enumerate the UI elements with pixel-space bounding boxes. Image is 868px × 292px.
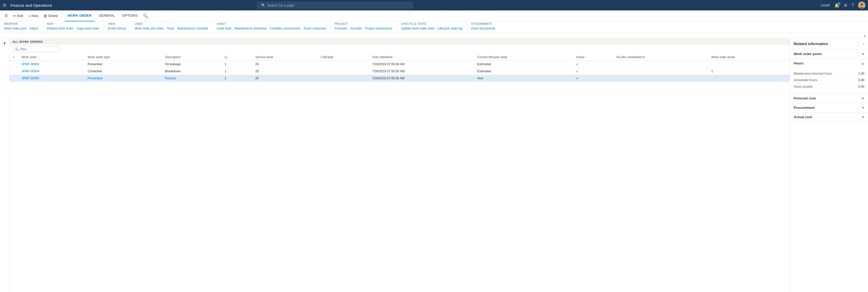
accordion-title-hours: Hours — [794, 61, 804, 65]
ribbon-group-title-project: PROJECT — [335, 23, 392, 25]
username: USMF — [820, 3, 830, 7]
col-check: ✓ — [9, 54, 18, 61]
right-panel: Related information › Work order pools ▼… — [790, 39, 868, 292]
row-criticality — [317, 68, 369, 75]
row-lifecycle-state: Estimated — [474, 61, 573, 68]
ribbon-item-work-order-job-notes[interactable]: Work order job notes — [134, 26, 163, 31]
toolbar-search-icon[interactable]: 🔍 — [143, 13, 148, 18]
filter-search-icon: 🔍 — [15, 48, 19, 51]
row-id[interactable]: JPMF-00005 — [18, 75, 85, 82]
ribbon-item-condition-assessment[interactable]: Condition assessment — [270, 26, 301, 31]
delete-button[interactable]: 🗑 Delete — [41, 13, 60, 19]
hours-value: 1.00 — [858, 72, 864, 76]
ribbon-group-view: VIEWEvent history — [104, 23, 130, 31]
accordion-header-hours[interactable]: Hours ▲ — [790, 59, 868, 68]
ribbon-group-title-new: NEW — [47, 23, 99, 25]
delete-icon: 🗑 — [43, 14, 47, 18]
edit-button[interactable]: ✏ Edit — [11, 13, 25, 19]
content-area: ALL WORK ORDERS 🔍 ✓ Work order ↑ Work or… — [9, 39, 790, 292]
row-jobs-scheduled — [613, 75, 708, 82]
row-description: Rounds — [162, 75, 221, 82]
tab-general[interactable]: GENERAL — [96, 10, 118, 21]
row-start-datetime: 7/28/2019 07:00:00 AM — [369, 68, 474, 75]
hamburger-menu[interactable]: ☰ — [3, 13, 10, 19]
row-id[interactable]: JPMF-00002 — [18, 61, 85, 68]
row-pools: 1 — [708, 68, 790, 75]
accordion-body-hours: Maintenance forecast hours 1.00 Schedule… — [790, 68, 868, 93]
right-panel-expand-icon[interactable]: › — [863, 42, 864, 46]
ribbon-item-tools[interactable]: Tools — [167, 26, 174, 31]
accordion-title-actual-cost: Actual cost — [794, 115, 812, 119]
table-row[interactable]: JPMF-00002 Preventive Oil leakage 1 20 7… — [9, 61, 790, 68]
row-checkbox[interactable] — [9, 75, 18, 82]
notification-icon[interactable]: 🔔1 — [834, 3, 840, 8]
toolbar-separator — [62, 13, 62, 19]
search-bar[interactable]: 🔍 Search for a page — [257, 2, 413, 9]
row-id[interactable]: JPMF-00004 — [18, 68, 85, 75]
filter-icon[interactable]: ▼ — [3, 41, 6, 46]
ribbon-item-maintenance-checklist[interactable]: Maintenance checklist — [177, 26, 208, 31]
accordion-container: Work order pools ▼ Hours ▲ Maintenance f… — [790, 49, 868, 122]
ribbon-item-asset-documents[interactable]: Asset documents — [471, 26, 495, 31]
ribbon-item-adjust[interactable]: Adjust — [29, 26, 38, 31]
ribbon-item-work-order-pool[interactable]: Work order pool — [4, 26, 26, 31]
ribbon-item-related-work-order[interactable]: Related work order — [47, 26, 73, 31]
accordion-section-procurement: Procurement ▼ — [790, 103, 868, 113]
col-li[interactable]: Li... — [221, 54, 252, 61]
row-checkbox[interactable] — [9, 61, 18, 68]
accordion-chevron-forecast-cost: ▼ — [862, 97, 864, 100]
hours-value: 0.00 — [858, 78, 864, 82]
settings-icon[interactable]: ⚙ — [844, 3, 847, 8]
row-active: ✓ — [573, 61, 613, 68]
ribbon-group-lifecycle: LIFECYCLE STATEUpdate work order stateLi… — [397, 23, 467, 31]
accordion-chevron-actual-cost: ▼ — [862, 116, 864, 119]
ribbon-item-lifecycle-state-log[interactable]: Lifecycle state log — [438, 26, 462, 31]
hours-label: Hours posted — [794, 85, 812, 88]
ribbon-item-asset-measures[interactable]: Asset measures — [304, 26, 326, 31]
col-work-order[interactable]: Work order ↑ — [18, 54, 85, 61]
accordion-header-actual-cost[interactable]: Actual cost ▼ — [790, 113, 868, 122]
accordion-chevron-work-order-pools: ▼ — [862, 53, 864, 56]
col-lifecycle-state[interactable]: Current lifecycle state — [474, 54, 573, 61]
ribbon-item-copy-work-order[interactable]: Copy work order — [76, 26, 99, 31]
accordion-section-actual-cost: Actual cost ▼ — [790, 113, 868, 122]
tab-work-order[interactable]: WORK ORDER — [64, 10, 95, 21]
table-wrapper: ✓ Work order ↑ Work order type Descripti… — [9, 54, 790, 292]
table-row[interactable]: JPMF-00004 Corrective Breakdown 1 20 7/2… — [9, 68, 790, 75]
accordion-title-forecast-cost: Forecast cost — [794, 96, 816, 100]
accordion-header-forecast-cost[interactable]: Forecast cost ▼ — [790, 94, 868, 103]
filter-input[interactable] — [20, 48, 57, 51]
col-service-level[interactable]: Service level — [252, 54, 317, 61]
ribbon-item-project-transactions[interactable]: Project transactions — [365, 26, 392, 31]
col-start-datetime[interactable]: Start date/time — [369, 54, 474, 61]
help-icon[interactable]: ? — [851, 3, 854, 7]
hours-row-hours-posted: Hours posted 0.00 — [794, 84, 864, 90]
accordion-chevron-hours: ▲ — [862, 62, 864, 65]
col-type[interactable]: Work order type — [85, 54, 162, 61]
col-criticality[interactable]: Criticality — [317, 54, 369, 61]
col-description[interactable]: Description — [162, 54, 221, 61]
accordion-chevron-procurement: ▼ — [862, 106, 864, 109]
avatar[interactable] — [858, 2, 865, 9]
accordion-header-work-order-pools[interactable]: Work order pools ▼ — [790, 49, 868, 58]
ribbon-group-title-attachments: ATTACHMENTS — [471, 23, 495, 25]
col-pools[interactable]: Work order pools — [708, 54, 790, 61]
ribbon-item-journals[interactable]: Journals — [350, 26, 362, 31]
table-row[interactable]: JPMF-00005 Preventive Rounds 1 20 7/28/2… — [9, 75, 790, 82]
hours-value: 0.00 — [858, 85, 864, 88]
tab-options[interactable]: OPTIONS — [119, 10, 141, 21]
ribbon-item-update-work-order-state[interactable]: Update work order state — [401, 26, 435, 31]
ribbon-group-title-maintain: MAINTAIN — [4, 23, 38, 25]
grid-icon[interactable]: ⊞ — [3, 2, 6, 8]
row-jobs-scheduled — [613, 68, 708, 75]
ribbon-item-maintenance-downtime[interactable]: Maintenance downtime — [235, 26, 267, 31]
ribbon-item-asset-fault[interactable]: Asset fault — [217, 26, 231, 31]
new-button[interactable]: + New — [26, 13, 40, 19]
col-active[interactable]: Active — [573, 54, 613, 61]
col-jobs-scheduled[interactable]: All jobs scheduled to — [613, 54, 708, 61]
ribbon-item-event-history[interactable]: Event history — [108, 26, 126, 31]
row-checkbox[interactable] — [9, 68, 18, 75]
collapse-arrow-icon[interactable]: ▲ — [863, 34, 866, 37]
accordion-header-procurement[interactable]: Procurement ▼ — [790, 103, 868, 112]
ribbon-item-forecast[interactable]: Forecast — [335, 26, 347, 31]
